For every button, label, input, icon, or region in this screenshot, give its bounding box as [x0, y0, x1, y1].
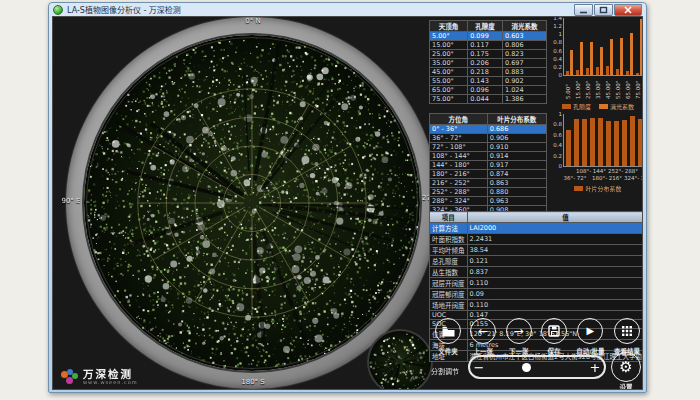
table-row[interactable]: 35.00°0.2060.697: [430, 59, 547, 68]
table-cell: 0.914: [487, 152, 546, 161]
table-row[interactable]: 15.00°0.1170.806: [430, 41, 547, 50]
table-row[interactable]: 冠层开阔度0.110: [430, 278, 644, 289]
arrow-right-icon: →: [506, 318, 532, 344]
grid-icon: [614, 318, 640, 344]
table-cell: 0.906: [487, 134, 546, 143]
x-axis-tick: 36°- 72°: [563, 175, 586, 181]
table-row[interactable]: 36° - 72°0.906: [430, 134, 547, 143]
folder-button[interactable]: 文件夹: [435, 318, 461, 356]
table-row[interactable]: 叶面积指数2.2431: [430, 234, 644, 245]
arrow-left-icon: ←: [470, 318, 496, 344]
close-button[interactable]: [614, 4, 642, 16]
table-cell: 0.823: [502, 50, 546, 59]
split-adjust-slider[interactable]: − +: [468, 355, 606, 379]
brand-name: 万深检测: [83, 369, 138, 379]
table-cell: 36° - 72°: [430, 134, 488, 143]
slider-minus-button[interactable]: −: [470, 360, 488, 375]
view-results-button[interactable]: 查看结果: [614, 318, 640, 356]
table-row[interactable]: 108° - 144°0.914: [430, 152, 547, 161]
column-header: 天顶角: [430, 21, 468, 32]
table-row[interactable]: 55.00°0.1430.902: [430, 77, 547, 86]
y-axis-tick: 0.8: [553, 39, 562, 45]
table-cell: LAI2000: [467, 223, 643, 234]
table-cell: 5.00°: [430, 32, 468, 41]
y-axis-tick: 1.2: [553, 23, 562, 29]
slider-thumb[interactable]: [522, 363, 531, 372]
previous-image-button[interactable]: ← 上一张: [470, 318, 496, 356]
table-cell: 0.837: [467, 267, 643, 278]
table-cell: 0.686: [487, 125, 546, 134]
table-row[interactable]: 288° - 324°0.963: [430, 197, 547, 206]
table-row[interactable]: 冠层郁闭度0.09: [430, 289, 644, 300]
plot-area: [563, 114, 643, 167]
canopy-fisheye-image[interactable]: [84, 35, 420, 371]
app-window: LA-S植物图像分析仪 - 万深检测 0° N 180° S 90° E 270…: [48, 2, 647, 393]
table-row[interactable]: 252° - 288°0.880: [430, 188, 547, 197]
bar: [590, 42, 593, 76]
table-cell: 0.175: [468, 50, 503, 59]
x-axis-tick: 5.00°: [565, 77, 571, 99]
table-row[interactable]: 180° - 216°0.874: [430, 170, 547, 179]
save-button[interactable]: 保存: [541, 318, 567, 356]
canopy-thumbnail[interactable]: [369, 331, 431, 390]
main-content: 0° N 180° S 90° E 270° W 天顶角孔隙度消光系数5.00°…: [52, 16, 643, 390]
table-row[interactable]: 平均叶倾角38.54: [430, 245, 644, 256]
minimize-button[interactable]: [574, 4, 593, 16]
table-row[interactable]: 场地开阔度0.110: [430, 300, 644, 311]
bar: [616, 69, 619, 75]
bar: [630, 116, 635, 166]
legend-swatch: [562, 104, 571, 109]
table-row[interactable]: 45.00°0.2180.883: [430, 68, 547, 77]
y-axis-tick: 0: [559, 72, 563, 78]
bar: [576, 70, 579, 75]
column-header: 叶片分布系数: [487, 114, 546, 125]
compass-south-label: 180° S: [221, 378, 285, 386]
x-axis-tick: 180°- 216°: [592, 175, 622, 181]
table-row[interactable]: 144° - 180°0.917: [430, 161, 547, 170]
table-cell: 2.2431: [467, 234, 643, 245]
table-cell: 0.044: [468, 95, 503, 104]
slider-plus-button[interactable]: +: [586, 360, 604, 375]
table-row[interactable]: 216° - 252°0.863: [430, 179, 547, 188]
auto-batch-button[interactable]: ▶ 自动/批量: [576, 318, 604, 356]
column-header: 项目: [430, 212, 468, 223]
window-title: LA-S植物图像分析仪 - 万深检测: [67, 4, 181, 15]
y-axis-tick: 1: [559, 111, 563, 117]
porosity-extinction-chart: 00.20.40.60.811.21.45.00°15.00°25.00°35.…: [550, 18, 643, 110]
bar: [566, 130, 571, 166]
table-row[interactable]: 72° - 108°0.910: [430, 143, 547, 152]
table-row[interactable]: 0° - 36°0.686: [430, 125, 547, 134]
table-row[interactable]: 总孔隙度0.121: [430, 256, 644, 267]
bar: [620, 38, 623, 75]
table-row[interactable]: 计算方法LAI2000: [430, 223, 644, 234]
table-cell: 0.963: [487, 197, 546, 206]
x-axis-tick: 45.00°: [605, 77, 611, 99]
table-cell: 75.00°: [430, 95, 468, 104]
azimuth-table[interactable]: 方位角叶片分布系数0° - 36°0.68636° - 72°0.90672° …: [429, 113, 547, 215]
maximize-button[interactable]: [594, 4, 613, 16]
table-row[interactable]: 65.00°0.0961.024: [430, 86, 547, 95]
compass-north-label: 0° N: [221, 17, 285, 25]
table-row[interactable]: 丛生指数0.837: [430, 267, 644, 278]
bar: [636, 73, 639, 75]
table-row[interactable]: 5.00°0.0990.603: [430, 32, 547, 41]
x-axis-tick: 324°- 360°: [624, 175, 643, 181]
table-row[interactable]: 25.00°0.1750.823: [430, 50, 547, 59]
y-axis-tick: 0.6: [553, 132, 562, 138]
table-cell: 计算方法: [430, 223, 468, 234]
table-cell: 15.00°: [430, 41, 468, 50]
x-axis-tick: 65.00°: [625, 77, 631, 99]
column-header: 方位角: [430, 114, 488, 125]
bar: [638, 119, 643, 166]
table-row[interactable]: 75.00°0.0441.386: [430, 95, 547, 104]
next-image-button[interactable]: → 下一张: [506, 318, 532, 356]
table-cell: 288° - 324°: [430, 197, 488, 206]
x-axis-tick: 25.00°: [585, 77, 591, 99]
table-cell: 38.54: [467, 245, 643, 256]
x-axis-tick: 35.00°: [595, 77, 601, 99]
zenith-table[interactable]: 天顶角孔隙度消光系数5.00°0.0990.60315.00°0.1170.80…: [429, 20, 547, 104]
table-cell: 252° - 288°: [430, 188, 488, 197]
bar: [610, 39, 613, 75]
folder-icon: [435, 318, 461, 344]
settings-button[interactable]: ⚙: [611, 352, 641, 382]
